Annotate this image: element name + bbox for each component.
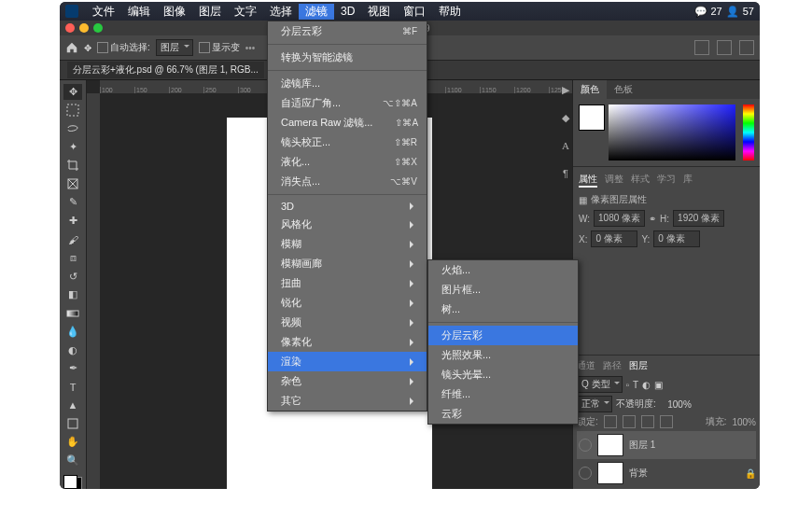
tool-wand[interactable]: ✦ — [63, 139, 82, 155]
tab-channels[interactable]: 通道 — [577, 359, 595, 372]
menu-help[interactable]: 帮助 — [432, 4, 468, 20]
filter-submenu-item[interactable]: 模糊 — [268, 234, 427, 254]
height-field[interactable]: 1920 像素 — [673, 210, 724, 227]
tool-eyedropper[interactable]: ✎ — [63, 195, 82, 211]
tool-stamp[interactable]: ⧈ — [63, 250, 82, 266]
width-field[interactable]: 1080 像素 — [594, 210, 645, 227]
tab-adjustments[interactable]: 调整 — [605, 173, 623, 188]
color-swatches[interactable] — [63, 475, 82, 489]
brushes-panel-icon[interactable]: ◆ — [558, 110, 573, 125]
tool-frame[interactable] — [63, 176, 82, 192]
filter-icon-4[interactable]: ▣ — [654, 380, 663, 390]
filter-last-used[interactable]: 分层云彩 ⌘F — [268, 21, 427, 41]
home-icon[interactable] — [65, 41, 78, 54]
y-field[interactable]: 0 像素 — [653, 230, 700, 247]
menu-file[interactable]: 文件 — [86, 4, 121, 20]
visibility-toggle-icon[interactable] — [579, 439, 592, 452]
menu-filter[interactable]: 滤镜 — [299, 4, 334, 20]
filter-submenu-item[interactable]: 模糊画廊 — [268, 254, 427, 273]
tool-marquee[interactable] — [63, 103, 82, 119]
tool-pen[interactable]: ✒ — [63, 360, 82, 376]
layer-filter-type[interactable]: Q 类型 — [577, 376, 623, 393]
tool-zoom[interactable]: 🔍 — [63, 453, 82, 468]
opacity-value[interactable]: 100% — [660, 399, 692, 410]
filter-menu-item[interactable]: Camera Raw 滤镜...⇧⌘A — [268, 113, 427, 132]
lock-transparency-icon[interactable] — [604, 415, 617, 428]
tab-layers[interactable]: 图层 — [629, 359, 648, 372]
char-panel-icon[interactable]: A — [558, 138, 573, 153]
tool-brush[interactable]: 🖌 — [63, 231, 82, 247]
lock-brush-icon[interactable] — [623, 415, 636, 428]
filter-icon-3[interactable]: ◐ — [642, 380, 651, 390]
layer-thumbnail[interactable] — [597, 462, 623, 484]
x-field[interactable]: 0 像素 — [591, 230, 637, 247]
filter-submenu-item[interactable]: 像素化 — [268, 332, 427, 352]
menu-view[interactable]: 视图 — [361, 4, 397, 20]
render-menu-item[interactable]: 分层云彩 — [428, 326, 578, 345]
layer-row-1[interactable]: 图层 1 — [577, 431, 756, 459]
filter-submenu-item[interactable]: 渲染 — [268, 352, 427, 371]
history-panel-icon[interactable]: ▶ — [558, 82, 573, 97]
render-menu-item[interactable]: 图片框... — [428, 280, 578, 300]
tab-learn[interactable]: 学习 — [657, 173, 676, 188]
tool-history-brush[interactable]: ↺ — [63, 269, 82, 285]
foreground-swatch[interactable] — [63, 475, 77, 489]
lock-position-icon[interactable] — [641, 415, 654, 428]
tab-styles[interactable]: 样式 — [631, 173, 650, 188]
tool-hand[interactable]: ✋ — [63, 435, 82, 451]
tab-paths[interactable]: 路径 — [603, 359, 622, 372]
tool-lasso[interactable] — [63, 121, 82, 137]
filter-submenu-item[interactable]: 扭曲 — [268, 273, 427, 293]
menu-window[interactable]: 窗口 — [397, 4, 432, 20]
filter-submenu-item[interactable]: 其它 — [268, 391, 427, 411]
tool-crop[interactable] — [63, 158, 82, 174]
render-menu-item[interactable]: 纤维... — [428, 384, 578, 404]
filter-menu-item[interactable]: 滤镜库... — [268, 74, 427, 93]
tool-path-select[interactable]: ▲ — [63, 397, 82, 413]
filter-submenu-item[interactable]: 风格化 — [268, 215, 427, 234]
filter-menu-item[interactable]: 液化...⇧⌘X — [268, 152, 427, 172]
tab-swatches[interactable]: 色板 — [607, 80, 640, 99]
auto-select-target[interactable]: 图层 — [156, 39, 193, 56]
blend-mode-select[interactable]: 正常 — [577, 396, 612, 412]
tool-eraser[interactable]: ◧ — [63, 286, 82, 302]
tool-type[interactable]: T — [63, 379, 82, 395]
filter-menu-item[interactable]: 消失点...⌥⌘V — [268, 172, 427, 191]
maximize-window-button[interactable] — [93, 23, 103, 33]
tab-libraries[interactable]: 库 — [683, 173, 693, 188]
tool-shape[interactable] — [63, 416, 82, 432]
render-menu-item[interactable]: 镜头光晕... — [428, 365, 578, 384]
document-tab[interactable]: 分层云彩+液化.psd @ 66.7% (图层 1, RGB... — [67, 62, 264, 78]
tool-blur[interactable]: 💧 — [63, 324, 82, 340]
layer-name[interactable]: 图层 1 — [629, 439, 655, 452]
tool-move[interactable]: ✥ — [63, 84, 82, 100]
render-menu-item[interactable]: 光照效果... — [428, 345, 578, 365]
show-transform-check[interactable]: 显示变 — [199, 41, 240, 54]
close-window-button[interactable] — [65, 23, 75, 33]
tool-patch[interactable]: ✚ — [63, 213, 82, 229]
layer-name[interactable]: 背景 — [629, 467, 648, 480]
menu-select[interactable]: 选择 — [263, 4, 299, 20]
visibility-toggle-icon[interactable] — [579, 467, 592, 480]
layer-row-bg[interactable]: 背景 🔒 — [577, 459, 756, 487]
color-field[interactable] — [609, 105, 735, 160]
filter-submenu-item[interactable]: 杂色 — [268, 371, 427, 391]
filter-icon-2[interactable]: T — [633, 380, 638, 390]
filter-submenu-item[interactable]: 锐化 — [268, 293, 427, 313]
auto-select-check[interactable]: 自动选择: — [97, 41, 150, 54]
filter-menu-item[interactable]: 自适应广角...⌥⇧⌘A — [268, 93, 427, 113]
align-options[interactable]: ••• — [245, 43, 256, 53]
render-menu-item[interactable]: 树... — [428, 300, 578, 319]
lock-all-icon[interactable] — [660, 415, 673, 428]
tab-properties[interactable]: 属性 — [579, 173, 597, 188]
hue-slider[interactable] — [743, 105, 754, 160]
color-swatch[interactable] — [579, 105, 605, 131]
filter-icon-1[interactable]: ▫ — [626, 380, 630, 390]
menu-edit[interactable]: 编辑 — [121, 4, 157, 20]
link-wh-icon[interactable]: ⚭ — [649, 214, 656, 224]
filter-submenu-item[interactable]: 3D — [268, 198, 427, 215]
tab-color[interactable]: 颜色 — [573, 80, 607, 99]
menu-image[interactable]: 图像 — [157, 4, 192, 20]
filter-submenu-item[interactable]: 视频 — [268, 313, 427, 332]
cloud-docs-icon[interactable] — [717, 40, 732, 55]
